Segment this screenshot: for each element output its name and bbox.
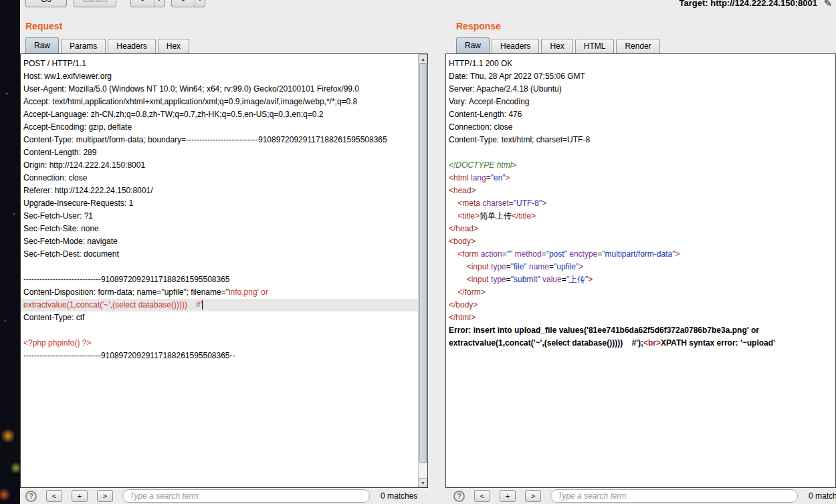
- tab-raw[interactable]: Raw: [25, 37, 59, 53]
- target-label: Target: http://124.222.24.150:8001: [680, 0, 817, 11]
- go-button[interactable]: Go: [25, 0, 67, 7]
- desktop-wallpaper-strip: [0, 0, 20, 504]
- editor-line: </html>: [446, 311, 835, 324]
- request-editor[interactable]: POST / HTTP/1.1Host: ww1.exifviewer.orgU…: [20, 53, 428, 488]
- tab-raw[interactable]: Raw: [456, 37, 490, 53]
- text-segment: HTTP/1.1 200 OK: [449, 59, 512, 68]
- editor-line: Date: Thu, 28 Apr 2022 07:55:06 GMT: [446, 70, 835, 83]
- history-back-button[interactable]: < ▼: [130, 0, 165, 7]
- text-segment: Upgrade-Insecure-Requests: 1: [23, 199, 133, 208]
- request-editor-content[interactable]: POST / HTTP/1.1Host: ww1.exifviewer.orgU…: [21, 54, 418, 487]
- cancel-button[interactable]: Cancel: [74, 0, 116, 7]
- search-options-button[interactable]: +: [500, 490, 516, 502]
- text-segment: "post": [546, 249, 567, 259]
- editor-line: Content-Length: 476: [446, 108, 835, 121]
- text-segment: <?php phpinfo() ?>: [23, 338, 91, 348]
- response-search-input[interactable]: [550, 489, 798, 503]
- request-search-input[interactable]: [122, 489, 370, 503]
- response-editor-content[interactable]: HTTP/1.1 200 OKDate: Thu, 28 Apr 2022 07…: [446, 54, 835, 487]
- search-next-button[interactable]: >: [97, 490, 113, 502]
- text-segment: <body>: [449, 237, 476, 246]
- scroll-down-icon[interactable]: ▼: [419, 478, 427, 487]
- tab-params[interactable]: Params: [61, 39, 106, 53]
- text-segment: lang: [471, 173, 486, 182]
- text-segment: >: [506, 173, 510, 182]
- repeater-toolbar: Go Cancel < ▼ > ▼: [25, 0, 205, 9]
- editor-line: Sec-Fetch-User: ?1: [21, 210, 418, 223]
- search-prev-button[interactable]: <: [474, 490, 490, 502]
- editor-line: Sec-Fetch-Dest: document: [21, 248, 418, 261]
- text-segment: Accept: text/html,application/xhtml+xml,…: [23, 97, 357, 106]
- chevron-down-icon[interactable]: ▼: [195, 0, 205, 7]
- editor-line: <head>: [446, 184, 835, 197]
- text-segment: "": [507, 249, 513, 259]
- scroll-up-icon[interactable]: ▲: [419, 54, 427, 64]
- tab-render[interactable]: Render: [616, 39, 659, 53]
- text-segment: -----------------------------91089720929…: [23, 351, 235, 360]
- text-segment: <input: [467, 275, 491, 284]
- editor-line: Content-Type: multipart/form-data; bound…: [21, 134, 418, 146]
- editor-line: Content-Length: 289: [21, 146, 418, 159]
- screenshot-root: Go Cancel < ▼ > ▼ Target: http://124.222…: [0, 0, 836, 504]
- text-segment: =: [506, 262, 511, 271]
- tab-hex[interactable]: Hex: [541, 39, 572, 53]
- help-icon[interactable]: ?: [25, 491, 37, 502]
- tab-headers[interactable]: Headers: [492, 39, 539, 53]
- tab-headers[interactable]: Headers: [108, 39, 155, 53]
- text-segment: Origin: http://124.222.24.150:8001: [23, 160, 145, 170]
- scrollbar-thumb[interactable]: [419, 64, 427, 463]
- text-segment: <br>: [643, 338, 661, 348]
- editor-line: Host: ww1.exifviewer.org: [21, 70, 418, 83]
- editor-line: Accept-Encoding: gzip, deflate: [21, 121, 418, 134]
- text-segment: Sec-Fetch-Mode: navigate: [23, 237, 118, 246]
- text-segment: Server: Apache/2.4.18 (Ubuntu): [449, 84, 562, 94]
- editor-line: <body>: [446, 235, 835, 248]
- editor-line: Accept-Language: zh-CN,zh;q=0.8,zh-TW;q=…: [21, 108, 418, 121]
- text-segment: Content-Length: 289: [23, 148, 96, 157]
- editor-line: <html lang="en">: [446, 172, 835, 184]
- request-title: Request: [20, 16, 428, 36]
- edit-target-icon[interactable]: ✎: [823, 0, 832, 9]
- editor-line: Upgrade-Insecure-Requests: 1: [21, 197, 418, 210]
- editor-line: <!DOCTYPE html>: [446, 159, 835, 172]
- text-segment: <!DOCTYPE html>: [449, 160, 516, 170]
- response-title: Response: [445, 16, 836, 36]
- forward-icon[interactable]: >: [172, 0, 195, 7]
- text-segment: XPATH syntax error: '~upload': [661, 338, 775, 348]
- text-segment: name: [529, 262, 549, 271]
- history-forward-button[interactable]: > ▼: [171, 0, 205, 7]
- text-segment: >: [579, 262, 583, 271]
- help-icon[interactable]: ?: [453, 491, 465, 502]
- editor-line: <input type="submit" value="上传">: [446, 273, 835, 286]
- text-segment: Error: insert into upload_file values('8…: [449, 326, 759, 335]
- tab-html[interactable]: HTML: [575, 39, 615, 53]
- text-segment: </form>: [457, 287, 485, 297]
- request-panel: Request RawParamsHeadersHex POST / HTTP/…: [20, 16, 428, 504]
- burp-repeater-window: Go Cancel < ▼ > ▼ Target: http://124.222…: [20, 0, 836, 504]
- back-icon[interactable]: <: [131, 0, 154, 7]
- text-segment: </body>: [449, 300, 478, 309]
- text-segment: =: [506, 275, 511, 284]
- text-segment: <title>: [457, 211, 480, 221]
- text-segment: <head>: [449, 186, 476, 195]
- editor-line: Sec-Fetch-Mode: navigate: [21, 235, 418, 248]
- text-segment: <meta: [457, 199, 482, 208]
- tab-hex[interactable]: Hex: [158, 39, 189, 53]
- editor-line: Connection: close: [446, 121, 835, 134]
- search-next-button[interactable]: >: [525, 490, 541, 502]
- text-segment: "en": [491, 173, 506, 182]
- text-segment: [449, 211, 457, 221]
- text-segment: "UTF-8": [514, 199, 542, 208]
- editor-line: HTTP/1.1 200 OK: [446, 57, 835, 70]
- text-segment: [449, 249, 457, 259]
- text-segment: =: [509, 199, 514, 208]
- text-segment: -----------------------------91089720929…: [23, 275, 230, 284]
- response-editor[interactable]: HTTP/1.1 200 OKDate: Thu, 28 Apr 2022 07…: [445, 53, 836, 488]
- chevron-down-icon[interactable]: ▼: [154, 0, 164, 7]
- response-panel: Response RawHeadersHexHTMLRender HTTP/1.…: [445, 16, 836, 504]
- search-prev-button[interactable]: <: [46, 490, 62, 502]
- search-options-button[interactable]: +: [72, 490, 88, 502]
- request-scrollbar[interactable]: ▲ ▼: [418, 54, 427, 487]
- text-segment: [449, 262, 467, 271]
- editor-line: Connection: close: [21, 172, 418, 184]
